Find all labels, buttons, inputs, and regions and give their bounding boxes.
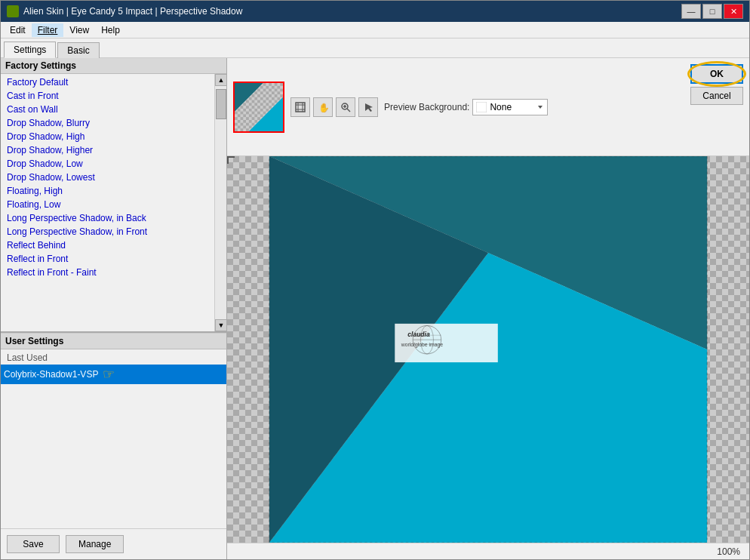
preview-bg-label: Preview Background:: [384, 102, 469, 112]
list-item-drop-shadow-lowest[interactable]: Drop Shadow, Lowest: [1, 171, 214, 184]
user-settings-header: User Settings: [1, 334, 226, 349]
scrollbar-down-btn[interactable]: ▼: [215, 319, 226, 331]
svg-text:✋: ✋: [318, 102, 328, 112]
preview-toolbar: ✋ Preview Background: None: [227, 58, 749, 156]
right-panel: ✋ Preview Background: None: [227, 58, 749, 559]
svg-line-15: [347, 109, 350, 112]
preview-bg-value: None: [490, 102, 512, 112]
main-window: Alien Skin | Eye Candy 5 Impact | Perspe…: [0, 0, 750, 560]
maximize-button[interactable]: □: [702, 4, 722, 19]
list-item-drop-shadow-blurry[interactable]: Drop Shadow, Blurry: [1, 116, 214, 130]
list-item-reflect-in-front-faint[interactable]: Reflect in Front - Faint: [1, 266, 214, 279]
list-item-long-perspective-front[interactable]: Long Perspective Shadow, in Front: [1, 225, 214, 238]
list-item-reflect-behind[interactable]: Reflect Behind: [1, 238, 214, 252]
user-settings-list: Last Used Colybrix-Shadow1-VSP ☞: [1, 349, 226, 528]
factory-settings-list-wrapper: Factory Default Cast in Front Cast on Wa…: [1, 74, 226, 331]
list-item-floating-high[interactable]: Floating, High: [1, 184, 214, 198]
bottom-buttons: Save Manage: [1, 528, 226, 559]
tab-basic[interactable]: Basic: [57, 42, 99, 58]
svg-rect-8: [296, 103, 305, 112]
window-title: Alien Skin | Eye Candy 5 Impact | Perspe…: [23, 6, 681, 17]
menu-filter[interactable]: Filter: [32, 23, 64, 37]
factory-settings-section: Factory Settings Factory Default Cast in…: [1, 58, 226, 333]
svg-text:world/globe image: world/globe image: [401, 342, 443, 348]
menu-edit[interactable]: Edit: [4, 23, 32, 37]
list-item-cast-on-wall[interactable]: Cast on Wall: [1, 103, 214, 116]
close-button[interactable]: ✕: [724, 4, 743, 19]
user-selected-item[interactable]: Colybrix-Shadow1-VSP ☞: [1, 365, 226, 384]
app-icon: [7, 5, 19, 17]
left-panel: Factory Settings Factory Default Cast in…: [1, 58, 227, 559]
toolbar-icons: ✋: [290, 97, 378, 117]
preview-bg-select[interactable]: None: [472, 99, 548, 115]
list-item-reflect-in-front[interactable]: Reflect in Front: [1, 252, 214, 266]
cancel-button[interactable]: Cancel: [690, 87, 743, 105]
ok-cancel-buttons: OK Cancel: [690, 64, 743, 105]
menu-help[interactable]: Help: [95, 23, 126, 37]
menu-view[interactable]: View: [63, 23, 95, 37]
zoom-level: 100%: [717, 546, 740, 557]
ok-ring: OK: [690, 64, 743, 84]
factory-settings-header: Factory Settings: [1, 58, 226, 74]
save-button[interactable]: Save: [7, 535, 60, 553]
list-item-floating-low[interactable]: Floating, Low: [1, 198, 214, 211]
manage-button[interactable]: Manage: [66, 535, 124, 553]
scrollbar-thumb[interactable]: [216, 89, 226, 119]
factory-settings-list: Factory Default Cast in Front Cast on Wa…: [1, 74, 226, 331]
tabs-bar: Settings Basic: [1, 38, 749, 58]
list-item-cast-in-front[interactable]: Cast in Front: [1, 89, 214, 103]
list-item-drop-shadow-low[interactable]: Drop Shadow, Low: [1, 157, 214, 171]
ok-button[interactable]: OK: [690, 64, 743, 84]
scrollbar-up-btn[interactable]: ▲: [215, 74, 226, 86]
resize-handle-tl[interactable]: [227, 156, 235, 164]
arrow-indicator: ☞: [103, 366, 115, 383]
window-controls: — □ ✕: [681, 4, 743, 19]
title-bar: Alien Skin | Eye Candy 5 Impact | Perspe…: [1, 1, 749, 22]
zoom-fit-button[interactable]: [290, 97, 310, 117]
zoom-in-button[interactable]: [336, 97, 355, 117]
list-item-factory-default[interactable]: Factory Default: [1, 75, 214, 89]
preview-canvas: claudia world/globe image: [227, 156, 749, 543]
main-content: Factory Settings Factory Default Cast in…: [1, 58, 749, 559]
preview-area: claudia world/globe image: [227, 156, 749, 543]
svg-rect-18: [476, 102, 487, 112]
last-used-label: Last Used: [1, 351, 226, 365]
status-bar: 100%: [227, 543, 749, 559]
select-button[interactable]: [358, 97, 378, 117]
menu-bar: Edit Filter View Help: [1, 22, 749, 38]
user-settings-section: User Settings Last Used Colybrix-Shadow1…: [1, 333, 226, 559]
list-item-drop-shadow-higher[interactable]: Drop Shadow, Higher: [1, 143, 214, 157]
thumbnail: [233, 82, 284, 133]
pan-button[interactable]: ✋: [313, 97, 333, 117]
list-item-long-perspective-back[interactable]: Long Perspective Shadow, in Back: [1, 211, 214, 225]
factory-list-scrollbar[interactable]: ▲ ▼: [214, 74, 226, 331]
minimize-button[interactable]: —: [681, 4, 701, 19]
tab-settings[interactable]: Settings: [4, 42, 56, 58]
svg-text:claudia: claudia: [407, 331, 430, 338]
list-item-drop-shadow-high[interactable]: Drop Shadow, High: [1, 130, 214, 143]
svg-marker-19: [538, 106, 543, 109]
